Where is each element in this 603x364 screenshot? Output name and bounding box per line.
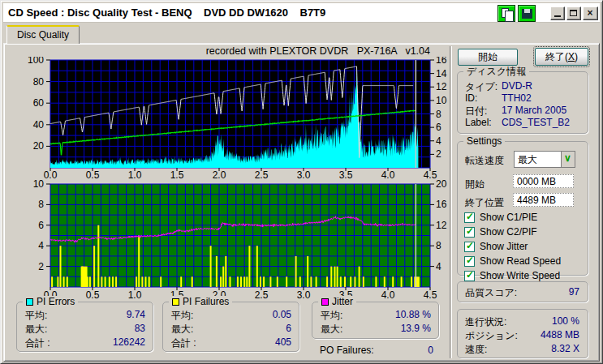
pi-failures-bar — [180, 276, 182, 287]
copy-icon — [502, 8, 509, 18]
check-icon: ✓ — [466, 211, 474, 222]
pi-failures-bar — [81, 267, 88, 287]
app-window: CD Speed : Disc Quality Test - BENQ DVD … — [0, 0, 603, 364]
pi-failures-swatch — [172, 298, 179, 306]
pi-failures-bar — [260, 276, 261, 287]
pi-failures-panel: PI Failures 平均:0.05 最大:6 合計 :405 — [162, 302, 299, 352]
pi-failures-bar — [51, 276, 53, 287]
right-axis-tick: 12 — [436, 220, 447, 231]
po-failures-row: PO Failures: 0 — [317, 345, 437, 357]
minimize-button[interactable] — [550, 6, 565, 20]
pi-failures-bar — [316, 276, 317, 287]
pi-failures-bar — [222, 267, 224, 287]
x-axis-tick: 1.5 — [170, 169, 184, 181]
stat-value: 13.9 % — [401, 323, 431, 334]
pi-failures-bar — [192, 276, 193, 287]
pi-failures-bar — [326, 276, 328, 287]
check-icon: ✓ — [466, 225, 474, 237]
pi-failures-bar — [63, 276, 65, 287]
left-axis-tick: 6 — [38, 220, 44, 231]
checkbox-box: ✓ — [464, 227, 475, 238]
minimize-icon — [554, 15, 561, 17]
disc-info-value: 17 March 2005 — [502, 105, 566, 116]
stat-value: 126242 — [113, 336, 145, 348]
pi-failures-bar — [375, 276, 377, 287]
stat-value: 83 — [135, 323, 145, 334]
pi-failures-bar — [97, 225, 99, 287]
pi-errors-swatch — [26, 298, 33, 306]
pi-failures-bar — [136, 276, 137, 287]
stat-label: 平均: — [171, 309, 193, 323]
stat-value: 10.88 % — [395, 309, 431, 320]
settings-panel: Settings 転送速度 最大 ∨ 開始 0000 MB 終了位置 4489 … — [457, 141, 588, 276]
pi-failures-bar — [216, 256, 218, 287]
right-axis-tick: 20 — [436, 178, 447, 190]
pi-failures-bar — [295, 256, 297, 287]
x-axis-tick: 2.5 — [255, 169, 269, 181]
pi-failures-bar — [89, 276, 91, 287]
pi-failures-bar — [138, 236, 140, 288]
combo-dropdown-button[interactable]: ∨ — [561, 152, 575, 167]
disc-info-value: CDS_TEST_B2 — [502, 117, 570, 128]
left-axis-tick: 10 — [33, 178, 45, 190]
right-axis-tick: 6 — [436, 122, 441, 133]
maximize-button[interactable] — [566, 6, 581, 20]
pi-failures-bar — [220, 276, 222, 287]
po-failures-value: 0 — [428, 345, 433, 356]
left-axis-tick: 20 — [33, 140, 45, 152]
left-axis-tick: 80 — [33, 76, 45, 88]
pi-failures-bar — [401, 276, 403, 287]
pi-failures-bar — [269, 276, 271, 287]
pi-failures-bar — [248, 246, 250, 287]
close-button[interactable]: × — [583, 6, 598, 20]
pi-failures-bar — [225, 256, 226, 287]
start-position-label: 開始 — [465, 178, 485, 191]
tab-disc-quality[interactable]: Disc Quality — [6, 25, 80, 44]
jitter-title: Jitter — [332, 296, 353, 307]
recorded-with-annotation: recorded with PLEXTOR DVDR PX-716A v1.04 — [126, 45, 430, 57]
tab-label: Disc Quality — [17, 29, 69, 41]
right-axis-tick: 16 — [436, 199, 447, 210]
pi-failures-bar — [240, 276, 242, 287]
right-axis-tick: 14 — [436, 68, 447, 79]
x-axis-tick: 0.0 — [44, 169, 58, 181]
right-axis-tick: 8 — [436, 109, 441, 120]
stat-label: 最大: — [25, 323, 47, 336]
left-axis-tick: 8 — [38, 199, 44, 210]
x-axis-tick: 1.0 — [128, 169, 142, 181]
quality-score-panel: 品質スコア:97 — [457, 281, 588, 302]
quality-score-label: 品質スコア: — [465, 286, 517, 300]
checkbox-box: ✓ — [464, 271, 475, 281]
position-label: ポジション: — [465, 329, 518, 343]
save-button[interactable] — [518, 5, 536, 22]
transfer-speed-select[interactable]: 最大 ∨ — [514, 151, 575, 168]
exit-button[interactable]: 終了(X) — [535, 48, 588, 66]
right-axis-tick: 8 — [436, 240, 441, 251]
start-button[interactable]: 開始 — [458, 49, 518, 66]
x-axis-tick: 3.0 — [297, 289, 311, 301]
pi-failures-bar — [411, 276, 412, 287]
x-axis-tick: 3.0 — [297, 169, 311, 181]
end-position-label: 終了位置 — [465, 196, 504, 210]
stat-value: 6 — [286, 323, 291, 334]
pi-failures-bar — [145, 276, 147, 287]
x-axis-tick: 2.5 — [255, 289, 269, 301]
jitter-swatch — [321, 298, 329, 306]
pi-failures-bar — [105, 276, 106, 287]
pi-failures-bar — [337, 267, 338, 287]
pi-failures-bar — [359, 267, 360, 287]
check-icon: ✓ — [466, 269, 474, 280]
pi-failures-bar — [149, 276, 150, 287]
pi-failures-bar — [330, 267, 332, 287]
checkbox-box: ✓ — [464, 242, 475, 252]
right-axis-tick: 2 — [436, 148, 441, 160]
pi-errors-panel: PI Errors 平均:9.74 最大:83 合計 :126242 — [16, 302, 153, 352]
start-position-field[interactable]: 0000 MB — [513, 174, 574, 188]
x-axis-tick: 1.0 — [128, 289, 142, 301]
disc-quality-page: recorded with PLEXTOR DVDR PX-716A v1.04… — [3, 43, 600, 362]
pi-failures-bar — [243, 276, 245, 287]
end-position-field[interactable]: 4489 MB — [513, 193, 574, 207]
pi-failures-bar — [307, 256, 308, 287]
copy-to-clipboard-button[interactable] — [497, 5, 515, 22]
pi-failures-bar — [87, 276, 88, 287]
